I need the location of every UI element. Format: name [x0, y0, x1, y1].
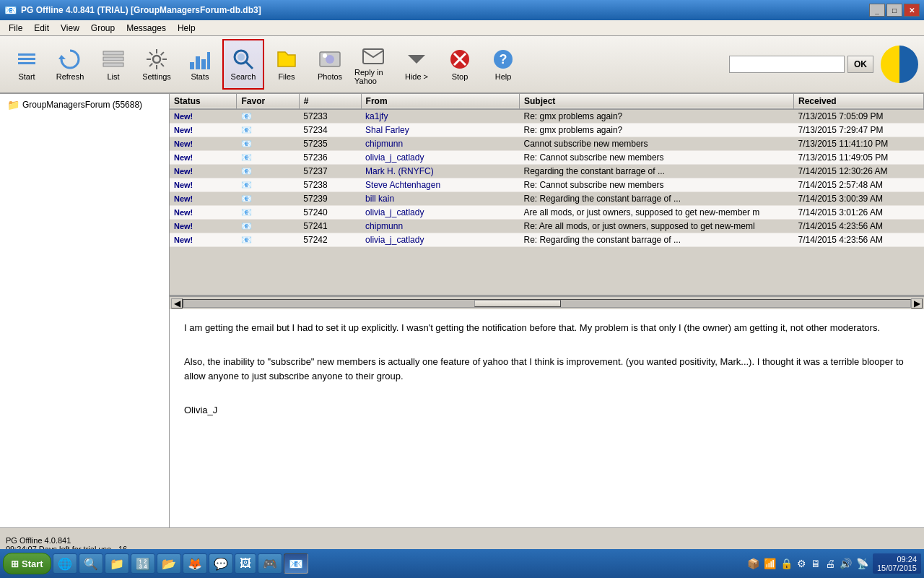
- toolbar-help-label: Help: [495, 72, 512, 81]
- col-favor[interactable]: Favor: [237, 94, 299, 109]
- toolbar-refresh-label: Refresh: [56, 72, 84, 81]
- table-row[interactable]: New! 📧 57237 Mark H. (RNYFC) Regarding t…: [170, 165, 924, 178]
- toolbar-help-button[interactable]: ? Help: [482, 39, 524, 90]
- toolbar-list-button[interactable]: List: [92, 39, 134, 90]
- table-row[interactable]: New! 📧 57239 bill kain Re: Regarding the…: [170, 192, 924, 206]
- cell-received: 7/14/2015 12:30:26 AM: [794, 165, 924, 178]
- col-received[interactable]: Received: [794, 94, 924, 109]
- toolbar-stop-button[interactable]: Stop: [439, 39, 481, 90]
- table-row[interactable]: New! 📧 57241 chipmunn Re: Are all mods, …: [170, 220, 924, 233]
- svg-rect-11: [207, 52, 210, 69]
- menu-view[interactable]: View: [55, 22, 85, 35]
- svg-text:?: ?: [500, 52, 507, 66]
- menu-file[interactable]: File: [3, 22, 28, 35]
- maximize-button[interactable]: □: [886, 4, 902, 17]
- table-row[interactable]: New! 📧 57233 ka1jfy Re: gmx problems aga…: [170, 109, 924, 124]
- systray-security[interactable]: 🔒: [780, 558, 793, 569]
- cell-num: 57237: [299, 165, 361, 178]
- cell-subject: Re: Cannot subscribe new members: [520, 178, 794, 192]
- taskbar-folder[interactable]: 📁: [105, 553, 129, 574]
- table-row[interactable]: New! 📧 57236 olivia_j_catlady Re: Cannot…: [170, 151, 924, 165]
- sidebar: 📁 GroupManagersForum (55688): [0, 94, 170, 527]
- menu-messages[interactable]: Messages: [121, 22, 172, 35]
- taskbar-ie[interactable]: 🌐: [53, 553, 77, 574]
- taskbar-search[interactable]: 🔍: [79, 553, 103, 574]
- cell-num: 57240: [299, 206, 361, 220]
- cell-from: bill kain: [361, 192, 519, 206]
- cell-received: 7/13/2015 11:49:05 PM: [794, 151, 924, 165]
- toolbar-files-button[interactable]: Files: [266, 39, 308, 90]
- scrollbar-thumb[interactable]: [474, 300, 561, 307]
- cell-num: 57234: [299, 124, 361, 137]
- taskbar-skype[interactable]: 💬: [209, 553, 233, 574]
- cell-num: 57233: [299, 109, 361, 124]
- scroll-left-button[interactable]: ◀: [171, 298, 183, 309]
- taskbar-pgoffline[interactable]: 📧: [284, 553, 308, 574]
- toolbar-hide-button[interactable]: Hide >: [396, 39, 437, 90]
- systray-network[interactable]: 📡: [856, 558, 868, 569]
- menu-edit[interactable]: Edit: [28, 22, 55, 35]
- svg-line-13: [246, 62, 253, 69]
- taskbar-games[interactable]: 🎮: [258, 553, 282, 574]
- ok-button[interactable]: OK: [847, 56, 873, 73]
- start-button[interactable]: ⊞ Start: [3, 553, 51, 574]
- cell-favor: 📧: [237, 220, 299, 233]
- sidebar-group-item[interactable]: 📁 GroupManagersForum (55688): [3, 97, 166, 113]
- info-line1: PG Offline 4.0.841: [6, 536, 918, 545]
- app-title: PG Offline 4.0.841 (TRIAL) [GroupManager…: [21, 5, 261, 15]
- taskbar-photo[interactable]: 🖼: [235, 553, 256, 574]
- list-scrollbar[interactable]: ◀ ▶: [170, 296, 924, 309]
- toolbar-settings-button[interactable]: Settings: [136, 39, 178, 90]
- minimize-button[interactable]: _: [869, 4, 885, 17]
- systray-dropbox[interactable]: 📦: [747, 558, 759, 569]
- taskbar-explorer[interactable]: 📂: [157, 553, 181, 574]
- toolbar-stats-button[interactable]: Stats: [179, 39, 221, 90]
- taskbar: ⊞ Start 🌐 🔍 📁 🔢 📂 🦊 💬 🖼 🎮 📧 📦 📶 🔒 ⚙ 🖥 🖨 …: [0, 549, 924, 578]
- svg-rect-9: [196, 56, 200, 69]
- toolbar-stats-label: Stats: [191, 72, 209, 81]
- search-input[interactable]: [729, 56, 845, 73]
- table-row[interactable]: New! 📧 57240 olivia_j_catlady Are all mo…: [170, 206, 924, 220]
- toolbar-refresh-button[interactable]: Refresh: [49, 39, 91, 90]
- cell-received: 7/14/2015 4:23:56 AM: [794, 233, 924, 247]
- toolbar-search-button[interactable]: Search: [222, 39, 264, 90]
- scrollbar-track[interactable]: [183, 299, 911, 308]
- toolbar-reply-yahoo-button[interactable]: Reply in Yahoo: [352, 39, 394, 90]
- svg-point-7: [153, 56, 160, 63]
- cell-num: 57241: [299, 220, 361, 233]
- preview-text: I am getting the email but I had to set …: [184, 321, 910, 417]
- cell-num: 57239: [299, 192, 361, 206]
- toolbar-start-button[interactable]: Start: [6, 39, 48, 90]
- table-row[interactable]: New! 📧 57235 chipmunn Cannot subscribe n…: [170, 137, 924, 151]
- close-button[interactable]: ✕: [904, 4, 920, 17]
- svg-rect-1: [18, 58, 35, 60]
- systray-wifi[interactable]: 📶: [764, 558, 776, 569]
- table-row[interactable]: New! 📧 57234 Shal Farley Re: gmx problem…: [170, 124, 924, 137]
- toolbar-settings-label: Settings: [142, 72, 171, 81]
- systray-settings[interactable]: ⚙: [797, 558, 806, 569]
- cell-favor: 📧: [237, 124, 299, 137]
- col-num[interactable]: #: [299, 94, 361, 109]
- table-row[interactable]: New! 📧 57238 Steve Achtenhagen Re: Canno…: [170, 178, 924, 192]
- cell-status: New!: [170, 151, 237, 165]
- col-status[interactable]: Status: [170, 94, 237, 109]
- menu-help[interactable]: Help: [172, 22, 201, 35]
- menu-group[interactable]: Group: [85, 22, 121, 35]
- folder-icon-tb: 📁: [110, 557, 124, 571]
- table-row[interactable]: New! 📧 57242 olivia_j_catlady Re: Regard…: [170, 233, 924, 247]
- systray-printer[interactable]: 🖨: [825, 558, 835, 569]
- cell-from: chipmunn: [361, 137, 519, 151]
- taskbar-firefox[interactable]: 🦊: [183, 553, 207, 574]
- cell-from: olivia_j_catlady: [361, 151, 519, 165]
- systray-display[interactable]: 🖥: [811, 558, 821, 569]
- toolbar-photos-button[interactable]: Photos: [309, 39, 351, 90]
- taskbar-calc[interactable]: 🔢: [131, 553, 155, 574]
- toolbar-hide-label: Hide >: [405, 72, 428, 81]
- col-from[interactable]: From: [361, 94, 519, 109]
- systray-volume[interactable]: 🔊: [840, 558, 852, 569]
- scroll-right-button[interactable]: ▶: [911, 298, 923, 309]
- message-list[interactable]: Status Favor # From Subject Received New…: [170, 94, 924, 296]
- cell-received: 7/13/2015 11:41:10 PM: [794, 137, 924, 151]
- col-subject[interactable]: Subject: [520, 94, 794, 109]
- cell-from: ka1jfy: [361, 109, 519, 124]
